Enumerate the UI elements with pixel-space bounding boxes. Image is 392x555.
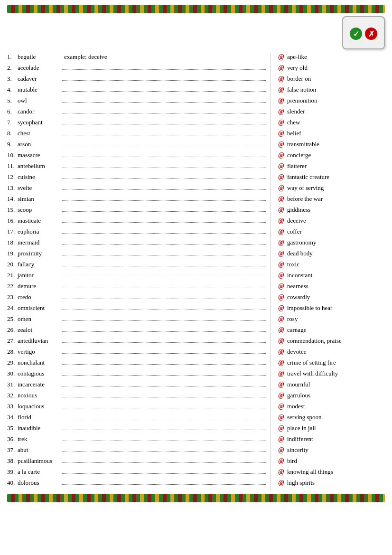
right-item: @premonition [278, 97, 385, 107]
word-dots [62, 375, 266, 376]
left-item: 33.loquacious [7, 403, 266, 413]
at-symbol: @ [278, 228, 285, 235]
at-symbol: @ [278, 217, 285, 225]
word-dots [62, 277, 266, 277]
right-word: giddiness [287, 206, 310, 214]
right-word: premonition [287, 97, 317, 104]
word-number: 11. [7, 162, 18, 170]
at-symbol: @ [278, 75, 285, 83]
word-number: 9. [7, 141, 18, 148]
right-word: concierge [287, 151, 311, 159]
at-symbol: @ [278, 348, 285, 356]
right-word: serving spoon [287, 414, 322, 421]
word-dots [62, 419, 266, 419]
left-item: 35.inaudible [7, 424, 266, 435]
word-number: 10. [7, 151, 18, 159]
at-symbol: @ [278, 184, 285, 192]
at-symbol: @ [278, 206, 285, 214]
right-word: high spirits [287, 479, 315, 487]
right-item: @chew [278, 119, 385, 129]
left-item: 30.contagious [7, 370, 266, 380]
word-text: cuisine [18, 173, 60, 181]
word-dots [62, 288, 266, 288]
word-text: accolade [18, 64, 60, 72]
word-text: janitor [18, 272, 60, 279]
right-word: crime of setting fire [287, 359, 336, 367]
word-number: 2. [7, 64, 18, 72]
right-item: @carnage [278, 326, 385, 337]
left-item: 20.fallacy [7, 261, 266, 271]
right-word: deceive [287, 217, 306, 225]
left-item: 21.janitor [7, 272, 266, 282]
right-word: flatterer [287, 162, 307, 170]
right-word: ape-like [287, 53, 307, 61]
left-item: 34.florid [7, 414, 266, 424]
word-text: abut [18, 446, 60, 454]
content-area: 1.beguileexample: deceive2.accolade3.cad… [7, 53, 385, 490]
right-word: rosy [287, 315, 298, 323]
right-word: chew [287, 119, 300, 126]
word-dots [62, 342, 266, 343]
right-item: @false notion [278, 86, 385, 96]
right-word: sincerity [287, 446, 308, 454]
word-dots [62, 320, 266, 321]
word-number: 3. [7, 75, 18, 83]
word-text: candor [18, 108, 60, 115]
left-item: 1.beguileexample: deceive [7, 53, 266, 64]
word-number: 36. [7, 435, 18, 443]
at-symbol: @ [278, 359, 285, 367]
right-item: @giddiness [278, 206, 385, 216]
left-item: 4.mutable [7, 86, 266, 96]
right-item: @crime of setting fire [278, 359, 385, 369]
word-text: nonchalant [18, 359, 60, 367]
right-word: very old [287, 64, 308, 72]
word-text: dolorous [18, 479, 60, 487]
vocab-icons: ✓ ✗ [350, 28, 377, 40]
word-number: 38. [7, 457, 18, 465]
header-row: ✓ ✗ [7, 16, 385, 49]
at-symbol: @ [278, 250, 285, 257]
right-item: @travel with difficulty [278, 370, 385, 380]
left-item: 25.omen [7, 315, 266, 326]
word-number: 14. [7, 195, 18, 203]
right-item: @commendation, praise [278, 337, 385, 348]
check-icon: ✓ [350, 28, 362, 40]
at-symbol: @ [278, 457, 285, 465]
right-item: @flatterer [278, 162, 385, 173]
right-word: toxic [287, 261, 299, 268]
word-dots [62, 113, 266, 113]
word-dots [62, 179, 266, 179]
right-word: way of serving [287, 184, 324, 192]
word-number: 13. [7, 184, 18, 192]
right-word: impossible to hear [287, 304, 332, 312]
at-symbol: @ [278, 173, 285, 181]
word-text: mutable [18, 86, 60, 94]
example-text: example: deceive [64, 53, 107, 61]
right-item: @garrulous [278, 392, 385, 402]
right-word: fantastic creature [287, 173, 329, 181]
word-text: chest [18, 130, 60, 137]
at-symbol: @ [278, 381, 285, 388]
word-text: mermaid [18, 239, 60, 246]
word-dots [62, 452, 266, 452]
right-word: devotee [287, 348, 306, 356]
word-dots [62, 397, 266, 397]
word-dots [62, 484, 266, 485]
left-item: 32.noxious [7, 392, 266, 402]
at-symbol: @ [278, 370, 285, 377]
word-dots [62, 462, 266, 463]
right-word: commendation, praise [287, 337, 342, 345]
word-text: credo [18, 293, 60, 301]
right-word: slender [287, 108, 305, 115]
right-word: before the war [287, 195, 323, 203]
left-item: 38.pusillanimous [7, 457, 266, 468]
right-word: inconstant [287, 272, 312, 279]
right-word: bird [287, 457, 297, 465]
right-item: @ape-like [278, 53, 385, 64]
top-border [7, 5, 385, 13]
right-item: @sincerity [278, 446, 385, 457]
word-dots [62, 441, 266, 441]
at-symbol: @ [278, 479, 285, 487]
word-number: 34. [7, 414, 18, 421]
word-number: 8. [7, 130, 18, 137]
